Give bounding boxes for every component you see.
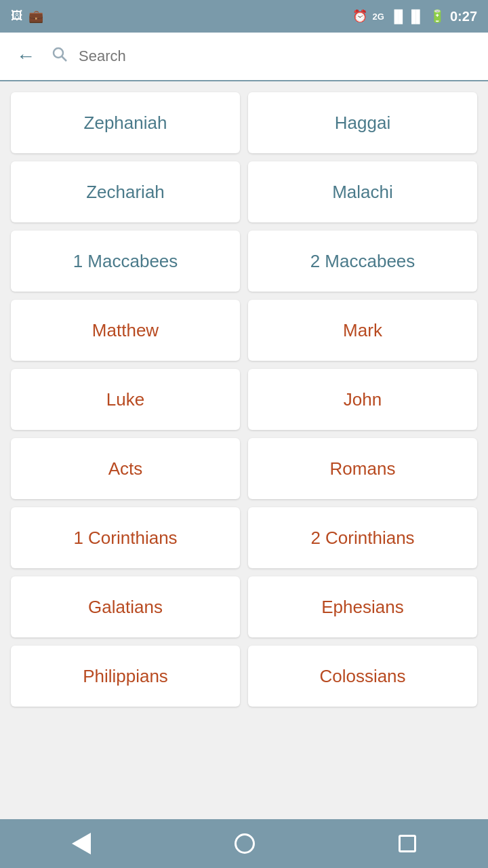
nav-bar <box>0 819 488 868</box>
recents-square-icon <box>399 835 416 852</box>
home-circle-icon <box>235 833 255 854</box>
network-bars-icon: ▐▌▐▌ <box>390 9 424 24</box>
status-bar: 🖼 💼 ⏰ 2G ▐▌▐▌ 🔋 0:27 <box>0 0 488 33</box>
back-triangle-icon <box>72 833 91 854</box>
svg-point-0 <box>54 48 63 58</box>
book-btn-1-corinthians[interactable]: 1 Corinthians <box>11 507 240 568</box>
gallery-icon: 🖼 <box>11 9 23 24</box>
briefcase-icon: 💼 <box>28 9 43 24</box>
books-content: ZephaniahHaggaiZechariahMalachi1 Maccabe… <box>0 81 488 819</box>
book-btn-matthew[interactable]: Matthew <box>11 300 240 361</box>
book-btn-luke[interactable]: Luke <box>11 369 240 430</box>
header: ← <box>0 33 488 81</box>
book-btn-malachi[interactable]: Malachi <box>248 161 477 222</box>
book-btn-philippians[interactable]: Philippians <box>11 646 240 707</box>
book-btn-2-maccabees[interactable]: 2 Maccabees <box>248 231 477 292</box>
book-btn-acts[interactable]: Acts <box>11 438 240 499</box>
search-input[interactable] <box>79 47 477 65</box>
book-btn-zechariah[interactable]: Zechariah <box>11 161 240 222</box>
status-time: 0:27 <box>450 9 477 24</box>
book-btn-mark[interactable]: Mark <box>248 300 477 361</box>
books-grid: ZephaniahHaggaiZechariahMalachi1 Maccabe… <box>11 87 477 712</box>
svg-line-1 <box>62 57 67 62</box>
nav-back-button[interactable] <box>50 825 113 863</box>
book-btn-zephaniah[interactable]: Zephaniah <box>11 92 240 153</box>
book-btn-2-corinthians[interactable]: 2 Corinthians <box>248 507 477 568</box>
back-button[interactable]: ← <box>11 40 41 73</box>
book-btn-1-maccabees[interactable]: 1 Maccabees <box>11 231 240 292</box>
book-btn-john[interactable]: John <box>248 369 477 430</box>
status-bar-right-icons: ⏰ 2G ▐▌▐▌ 🔋 0:27 <box>352 9 477 24</box>
alarm-icon: ⏰ <box>352 9 367 24</box>
nav-recents-button[interactable] <box>377 827 438 861</box>
book-btn-haggai[interactable]: Haggai <box>248 92 477 153</box>
book-btn-galatians[interactable]: Galatians <box>11 576 240 637</box>
status-bar-left-icons: 🖼 💼 <box>11 9 43 24</box>
book-btn-colossians[interactable]: Colossians <box>248 646 477 707</box>
battery-icon: 🔋 <box>430 9 445 24</box>
book-btn-romans[interactable]: Romans <box>248 438 477 499</box>
search-icon <box>52 46 68 66</box>
signal-2g-icon: 2G <box>373 12 384 22</box>
book-btn-ephesians[interactable]: Ephesians <box>248 576 477 637</box>
nav-home-button[interactable] <box>213 825 277 862</box>
